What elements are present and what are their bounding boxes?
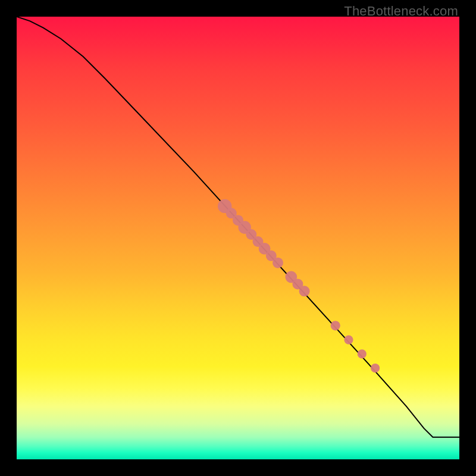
watermark-text: TheBottleneck.com bbox=[344, 4, 458, 19]
chart-plot-area bbox=[17, 17, 459, 459]
